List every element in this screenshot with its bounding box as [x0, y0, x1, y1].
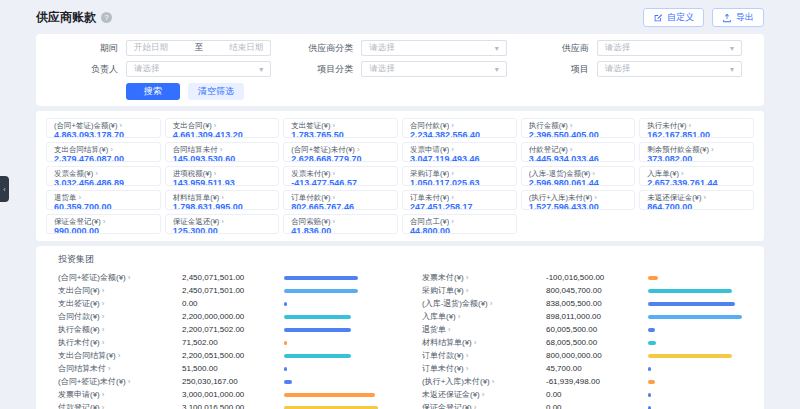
stat-card[interactable]: (执行+入库)未付(¥)›1,527,596,433.00 [521, 190, 636, 210]
metric-row: 采购订单(¥)›800,045,700.00 [422, 284, 742, 297]
stat-card[interactable]: 合同结算未付›145,093,530.60 [165, 142, 280, 162]
chevron-down-icon: ▾ [730, 65, 734, 74]
metric-label[interactable]: 发票未付(¥)› [422, 272, 546, 283]
supplier-accounts-page: 供应商账款 ? 自定义 导出 期间 [0, 0, 800, 409]
metric-row: 订单付款(¥)›800,000,000.00 [422, 349, 742, 362]
metric-label[interactable]: 合同付款(¥)› [58, 311, 182, 322]
metric-value: 71,502.00 [182, 338, 284, 347]
chevron-right-icon: › [704, 193, 707, 202]
stat-value: 41,836.00 [291, 226, 390, 234]
metric-bar [648, 289, 732, 293]
stat-card[interactable]: (合同+签证)未付(¥)›2,628,668,779.70 [283, 142, 398, 162]
metric-label[interactable]: 保证金登记(¥)› [422, 402, 546, 409]
group-name[interactable]: 投资集团 [58, 253, 742, 266]
supplier-category-select[interactable]: 请选择▾ [361, 40, 506, 56]
stat-card[interactable]: 退货单›60,359,700.00 [46, 190, 161, 210]
metric-bar [648, 380, 655, 384]
stat-card[interactable]: 付款登记(¥)›3,445,934,033.46 [521, 142, 636, 162]
metric-bar [648, 406, 651, 409]
stat-label: (合同+签证)金额(¥)› [54, 121, 153, 130]
stat-card[interactable]: 支出签证(¥)›1,783,765.50 [283, 118, 398, 138]
stat-label: (合同+签证)未付(¥)› [291, 145, 390, 154]
sidebar-collapse-handle[interactable]: ‹ [0, 176, 9, 202]
stat-card[interactable]: 支出合同(¥)›4,661,309,413.20 [165, 118, 280, 138]
metric-label-text: 支出合同(¥) [58, 285, 100, 296]
stat-card[interactable]: 保证金登记(¥)›990,000.00 [46, 214, 161, 234]
metric-label[interactable]: (合同+签证)金额(¥)› [58, 272, 182, 283]
chevron-right-icon: › [466, 351, 469, 360]
stat-label-text: (合同+签证)未付(¥) [291, 145, 355, 154]
project-select[interactable]: 请选择▾ [597, 61, 742, 77]
stat-card[interactable]: 发票未付(¥)›-413,477,546.57 [283, 166, 398, 186]
stat-card[interactable]: 采购订单(¥)›1,050,117,025.63 [402, 166, 517, 186]
export-button[interactable]: 导出 [712, 8, 764, 27]
stat-card[interactable]: 进项税额(¥)›143,959,511.93 [165, 166, 280, 186]
stat-card[interactable]: (合同+签证)金额(¥)›4,863,093,178.70 [46, 118, 161, 138]
stat-card[interactable]: 保证金返还(¥)›125,300.00 [165, 214, 280, 234]
metric-label[interactable]: (执行+入库)未付(¥)› [422, 376, 546, 387]
metric-label-text: 退货单 [422, 324, 446, 335]
metric-value: 2,450,071,501.00 [182, 286, 284, 295]
chevron-right-icon: › [120, 121, 123, 130]
filter-actions: 搜索 清空筛选 [58, 83, 742, 100]
metric-bar-track [284, 315, 378, 319]
metric-label[interactable]: 支出合同(¥)› [58, 285, 182, 296]
stat-value: 1,050,117,025.63 [410, 178, 509, 186]
date-range-input[interactable]: 开始日期 至 结束日期 [126, 40, 271, 56]
metric-label-text: 支出签证(¥) [58, 298, 100, 309]
metric-label[interactable]: 材料结算单(¥)› [422, 337, 546, 348]
stat-card[interactable]: (入库-退货)金额(¥)›2,596,980,061.44 [521, 166, 636, 186]
metric-label[interactable]: 订单付款(¥)› [422, 350, 546, 361]
stat-card[interactable]: 合同付款(¥)›2,234,382,556.40 [402, 118, 517, 138]
metric-label[interactable]: 采购订单(¥)› [422, 285, 546, 296]
customize-button[interactable]: 自定义 [643, 8, 704, 27]
project-category-select[interactable]: 请选择▾ [361, 61, 506, 77]
stat-card[interactable]: 材料结算单(¥)›1,798,631,995.00 [165, 190, 280, 210]
chevron-down-icon: ▾ [495, 44, 499, 53]
stat-card[interactable]: 入库单(¥)›2,657,339,761.44 [639, 166, 754, 186]
stat-card[interactable]: 发票申请(¥)›3,047,119,493.46 [402, 142, 517, 162]
metric-label[interactable]: 执行金额(¥)› [58, 324, 182, 335]
stat-card[interactable]: 合同索赔(¥)›41,836.00 [283, 214, 398, 234]
supplier-select[interactable]: 请选择▾ [597, 40, 742, 56]
owner-select[interactable]: 请选择▾ [126, 61, 271, 77]
stat-card[interactable]: 支出合同结算(¥)›2,379,476,087.00 [46, 142, 161, 162]
metric-bar-track [648, 341, 742, 345]
stat-label: (执行+入库)未付(¥)› [529, 193, 628, 202]
stat-card[interactable]: 剩余预付款金额(¥)›373,082.00 [639, 142, 754, 162]
metric-label[interactable]: 支出合同结算(¥)› [58, 350, 182, 361]
stat-card[interactable]: 订单未付(¥)›247,451,258.17 [402, 190, 517, 210]
search-button[interactable]: 搜索 [126, 83, 180, 100]
metric-value: 0.00 [546, 403, 648, 409]
metric-label[interactable]: 发票申请(¥)› [58, 389, 182, 400]
metric-label[interactable]: 订单未付(¥)› [422, 363, 546, 374]
chevron-right-icon: › [689, 121, 692, 130]
metric-row: (合同+签证)金额(¥)›2,450,071,501.00 [58, 271, 378, 284]
metric-label[interactable]: 付款登记(¥)› [58, 402, 182, 409]
clear-filters-button[interactable]: 清空筛选 [188, 83, 244, 100]
metric-label-text: (合同+签证)未付(¥) [58, 376, 126, 387]
metric-label[interactable]: 未返还保证金(¥)› [422, 389, 546, 400]
metric-label[interactable]: 合同结算未付› [58, 363, 182, 374]
export-icon [722, 13, 732, 23]
metric-bar-track [648, 302, 742, 306]
stat-card[interactable]: 执行未付(¥)›162,167,851.00 [639, 118, 754, 138]
stat-card[interactable]: 合同点工(¥)›44,800.00 [402, 214, 517, 234]
stat-card[interactable]: 发票金额(¥)›3,032,456,486.89 [46, 166, 161, 186]
metric-label[interactable]: (入库-退货)金额(¥)› [422, 298, 546, 309]
stat-value: 3,047,119,493.46 [410, 154, 509, 162]
metric-label[interactable]: 执行未付(¥)› [58, 337, 182, 348]
stat-card[interactable]: 订单付款(¥)›802,665,767.46 [283, 190, 398, 210]
stat-card[interactable]: 执行金额(¥)›2,396,550,405.00 [521, 118, 636, 138]
metric-label[interactable]: 支出签证(¥)› [58, 298, 182, 309]
help-icon[interactable]: ? [101, 12, 112, 23]
metric-bar-track [284, 367, 378, 371]
metric-label[interactable]: (合同+签证)未付(¥)› [58, 376, 182, 387]
metric-label[interactable]: 退货单› [422, 324, 546, 335]
stat-label: 进项税额(¥)› [173, 169, 272, 178]
date-separator: 至 [194, 42, 203, 54]
stat-card[interactable]: 未返还保证金(¥)›864,700.00 [639, 190, 754, 210]
stat-label-text: 执行金额(¥) [529, 121, 568, 130]
chevron-right-icon: › [118, 351, 121, 360]
metric-label[interactable]: 入库单(¥)› [422, 311, 546, 322]
